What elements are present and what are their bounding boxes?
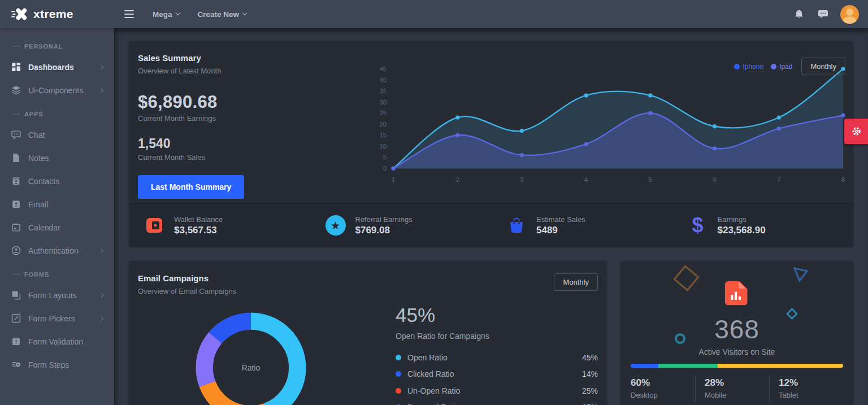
- chevron-right-icon: [99, 64, 103, 69]
- sales-summary-card: Sales Summary Overview of Latest Month $…: [129, 41, 853, 247]
- legend-dot: [396, 371, 401, 377]
- visitors-desktop: 60% Desktop: [631, 376, 695, 403]
- sales-summary-info: Sales Summary Overview of Latest Month $…: [138, 53, 377, 191]
- sidebar-item-notes[interactable]: Notes: [0, 146, 114, 169]
- sales-stats-row: Wallet Balance $3,567.53 ★ Referral Earn…: [129, 203, 853, 247]
- form-layouts-icon: [11, 290, 21, 300]
- sales-summary-subtitle: Overview of Latest Month: [138, 67, 377, 75]
- settings-button[interactable]: [844, 119, 868, 144]
- sidebar-item-contacts[interactable]: Contacts: [0, 169, 114, 193]
- sidebar-item-chat[interactable]: Chat: [0, 123, 114, 146]
- user-circle-icon: [11, 246, 21, 255]
- dots-icon: ···: [12, 111, 20, 117]
- nav-mega[interactable]: Mega: [144, 0, 189, 28]
- stat-wallet-balance: Wallet Balance $3,567.53: [129, 214, 310, 237]
- form-steps-icon: [11, 360, 21, 369]
- active-visitors-card: 368 Active Visitors on Site 60% Desktop …: [620, 261, 853, 405]
- wallet-icon: [146, 217, 163, 233]
- sidebar-item-calendar[interactable]: Calendar: [0, 216, 114, 239]
- chevron-right-icon: [99, 316, 103, 320]
- sales-area-chart: 05101520253035404512345678: [372, 62, 850, 188]
- legend-item-ipad[interactable]: Ipad: [771, 63, 792, 71]
- report-document-icon: [724, 281, 749, 307]
- svg-text:10: 10: [380, 143, 387, 150]
- legend-row-open-ratio: Open Ratio 45%: [396, 349, 598, 366]
- form-validation-icon: [11, 337, 21, 346]
- email-campaigns-subtitle: Overview of Email Campaigns: [138, 287, 236, 295]
- legend-item-iphone[interactable]: Iphone: [734, 63, 763, 71]
- legend-row-clicked-ratio: Clicked Ratio 14%: [396, 366, 598, 383]
- email-campaigns-title: Email Campaigns: [138, 273, 236, 283]
- top-header: xtreme Mega Create New: [0, 0, 868, 28]
- nav-create-new[interactable]: Create New: [189, 0, 256, 28]
- sales-summary-title: Sales Summary: [138, 53, 377, 63]
- sidebar-item-form-steps[interactable]: Form Steps: [0, 353, 114, 376]
- user-avatar[interactable]: [840, 5, 859, 24]
- svg-text:8: 8: [841, 176, 845, 183]
- svg-text:4: 4: [584, 176, 588, 183]
- legend-dot-ipad: [771, 64, 776, 69]
- email-icon: [11, 199, 21, 209]
- nav-mega-label: Mega: [153, 10, 172, 19]
- sales-period-select[interactable]: Monthly: [801, 58, 845, 75]
- sidebar-item-dashboards[interactable]: Dashboards: [0, 55, 114, 79]
- current-month-sales-value: 1,540: [138, 136, 377, 151]
- stat-earnings: $ Earnings $23,568.90: [672, 214, 854, 237]
- sidebar-item-form-pickers[interactable]: Form Pickers: [0, 307, 114, 330]
- sidebar: ··· PERSONAL Dashboards Ui-Components ··…: [0, 28, 114, 405]
- chevron-right-icon: [99, 248, 103, 252]
- sidebar-heading-apps: ··· APPS: [0, 102, 114, 123]
- svg-text:6: 6: [713, 176, 717, 183]
- chat-bubble-icon: [818, 9, 828, 19]
- sidebar-item-form-layouts[interactable]: Form Layouts: [0, 284, 114, 307]
- dollar-icon: $: [692, 214, 703, 237]
- campaign-donut-chart: Ratio: [196, 312, 306, 405]
- svg-text:3: 3: [520, 176, 523, 183]
- decor-triangle: [793, 267, 809, 282]
- chevron-down-icon: [175, 11, 180, 15]
- open-ratio-value: 45%: [396, 304, 598, 326]
- last-month-summary-button[interactable]: Last Month Summary: [138, 175, 244, 199]
- svg-text:30: 30: [380, 99, 387, 106]
- gear-icon: [851, 126, 862, 137]
- svg-text:15: 15: [380, 132, 387, 138]
- svg-text:35: 35: [380, 88, 387, 94]
- legend-dot-iphone: [734, 64, 740, 69]
- menu-toggle-icon[interactable]: [118, 3, 140, 25]
- nav-create-new-label: Create New: [198, 10, 240, 19]
- sidebar-item-authentication[interactable]: Authentication: [0, 239, 114, 262]
- chevron-down-icon: [242, 11, 247, 15]
- chevron-right-icon: [99, 88, 103, 92]
- header-actions: [788, 3, 868, 25]
- contacts-icon: [11, 176, 21, 186]
- sales-chart-legend: Iphone Ipad: [734, 63, 792, 71]
- sidebar-heading-forms: ··· FORMS: [0, 262, 114, 284]
- layers-icon: [11, 85, 21, 95]
- notifications-button[interactable]: [788, 3, 810, 25]
- svg-text:40: 40: [380, 77, 387, 84]
- bell-icon: [794, 9, 804, 20]
- visitors-mobile: 28% Mobile: [695, 376, 769, 403]
- sidebar-item-email[interactable]: Email: [0, 193, 114, 216]
- sidebar-item-form-validation[interactable]: Form Validation: [0, 330, 114, 353]
- sidebar-item-ui-components[interactable]: Ui-Components: [0, 79, 114, 102]
- svg-text:1: 1: [392, 176, 395, 183]
- svg-text:20: 20: [380, 121, 387, 128]
- campaign-stats: 45% Open Ratio for Campaigns Open Ratio …: [396, 304, 598, 405]
- note-icon: [11, 153, 21, 163]
- email-campaigns-card: Email Campaigns Overview of Email Campai…: [129, 261, 607, 405]
- email-period-select[interactable]: Monthly: [554, 273, 598, 291]
- legend-dot: [396, 355, 401, 360]
- messages-button[interactable]: [812, 3, 834, 25]
- calendar-icon: [11, 223, 21, 232]
- stat-referral-earnings: ★ Referral Earnings $769.08: [310, 214, 492, 237]
- brand-x-icon: [11, 6, 28, 22]
- chevron-right-icon: [99, 293, 103, 297]
- visitors-progress-bar: [631, 364, 843, 368]
- donut-center-label: Ratio: [196, 312, 306, 405]
- dots-icon: ···: [12, 43, 20, 50]
- dashboard-page: xtreme Mega Create New: [0, 0, 868, 405]
- brand-logo[interactable]: xtreme: [0, 6, 114, 22]
- visitors-tablet: 12% Tablet: [769, 376, 843, 403]
- svg-text:0: 0: [383, 165, 387, 172]
